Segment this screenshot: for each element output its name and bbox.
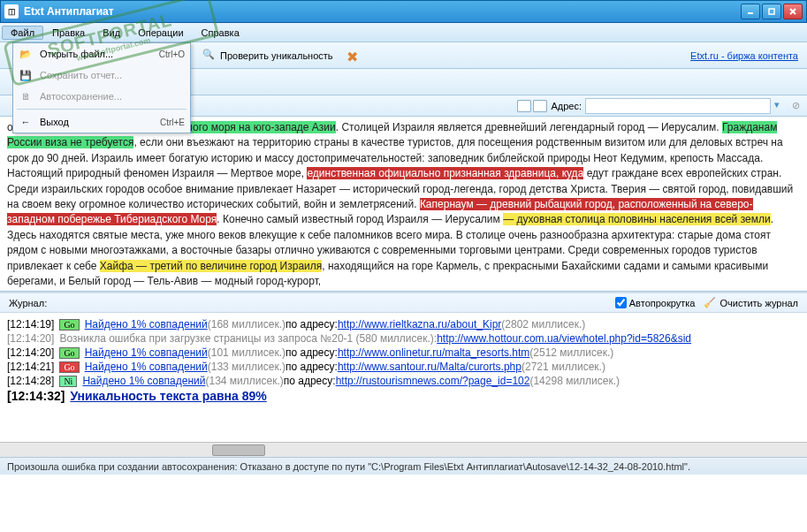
source-badge: Go: [59, 347, 79, 359]
found-link[interactable]: Найдено 1% совпадений: [82, 375, 205, 387]
app-icon: ◫: [4, 4, 19, 19]
highlight-yellow: Хайфа — третий по величине город Израиля: [100, 260, 322, 272]
journal-line: [12:14:28]NiНайдено 1% совпадений (134 м…: [7, 375, 800, 387]
save-icon: 💾: [19, 68, 33, 82]
found-link[interactable]: Найдено 1% совпадений: [85, 346, 208, 359]
file-dropdown: 📂 Открыть файл... Ctrl+O 💾 Сохранить отч…: [12, 42, 191, 133]
magnifier-icon: 🔍: [202, 49, 217, 63]
stop-icon[interactable]: ⊘: [792, 100, 800, 111]
etxt-link[interactable]: Etxt.ru - биржа контента: [690, 50, 798, 61]
menubar: Файл Правка Вид Операции Справка: [0, 23, 807, 42]
highlight-yellow: — духовная столица половины населения вс…: [503, 213, 770, 225]
source-badge: Go: [59, 361, 79, 373]
cancel-icon[interactable]: ✖: [346, 49, 361, 63]
clear-journal-button[interactable]: 🧹 Очистить журнал: [704, 297, 798, 308]
menu-open-file[interactable]: 📂 Открыть файл... Ctrl+O: [13, 43, 190, 65]
menu-autosave[interactable]: 🗎 Автосохранение...: [13, 86, 190, 107]
journal-url[interactable]: http://www.onlinetur.ru/malta_resorts.ht…: [338, 346, 529, 359]
found-link[interactable]: Найдено 1% совпадений: [85, 318, 208, 331]
address-dropdown-icon[interactable]: ▾: [774, 99, 788, 113]
address-input[interactable]: [585, 98, 771, 114]
menu-operations[interactable]: Операции: [129, 26, 192, 40]
journal-line: [12:14:20] Возникла ошибка при загрузке …: [7, 332, 800, 345]
menu-view[interactable]: Вид: [94, 26, 129, 40]
autosave-icon: 🗎: [19, 89, 33, 103]
folder-open-icon: 📂: [19, 47, 33, 61]
svg-rect-1: [769, 9, 774, 14]
source-badge: Ni: [59, 376, 77, 387]
source-badge: Go: [59, 319, 79, 331]
horizontal-scrollbar[interactable]: [0, 442, 807, 457]
status-text: Произошла ошибка при создании автосохран…: [7, 461, 690, 472]
minimize-button[interactable]: [741, 4, 760, 19]
titlebar: ◫ Etxt Антиплагиат: [0, 0, 807, 23]
exit-icon: ←: [19, 115, 33, 129]
text-content[interactable]: о у восточного побережья Средиземного мо…: [0, 117, 807, 292]
journal-header: Журнал: Автопрокрутка 🧹 Очистить журнал: [0, 292, 807, 313]
journal-line: [12:14:20]GoНайдено 1% совпадений (101 м…: [7, 346, 800, 359]
uniqueness-result[interactable]: Уникальность текста равна 89%: [70, 389, 266, 403]
journal-title: Журнал:: [9, 298, 606, 308]
highlight-red: единственная официально признанная здрав…: [307, 167, 583, 179]
journal-url[interactable]: http://rustourismnews.com/?page_id=102: [336, 375, 530, 387]
scrollbar-thumb[interactable]: [212, 445, 265, 456]
journal-url[interactable]: http://www.rieltkazna.ru/about_Kipr: [338, 318, 501, 331]
layout-icons[interactable]: [517, 100, 547, 112]
menu-save-report[interactable]: 💾 Сохранить отчет...: [13, 65, 190, 86]
broom-icon: 🧹: [704, 297, 716, 308]
menu-edit[interactable]: Правка: [43, 26, 94, 40]
window-title: Etxt Антиплагиат: [24, 5, 741, 18]
menu-separator: [17, 109, 187, 110]
autoscroll-checkbox[interactable]: Автопрокрутка: [615, 297, 696, 308]
journal-line: [12:14:21]GoНайдено 1% совпадений (133 м…: [7, 361, 800, 373]
maximize-button[interactable]: [762, 4, 781, 19]
journal-log[interactable]: [12:14:19]GoНайдено 1% совпадений (168 м…: [0, 313, 807, 442]
journal-url[interactable]: http://www.santour.ru/Malta/curorts.php: [338, 361, 522, 373]
check-uniqueness-button[interactable]: 🔍 Проверить уникальность: [194, 45, 341, 66]
journal-url[interactable]: http://www.hottour.com.ua/viewhotel.php?…: [437, 332, 691, 345]
journal-result: [12:14:32] Уникальность текста равна 89%: [7, 389, 800, 403]
journal-line: [12:14:19]GoНайдено 1% совпадений (168 м…: [7, 318, 800, 331]
found-link[interactable]: Найдено 1% совпадений: [85, 361, 208, 373]
statusbar: Произошла ошибка при создании автосохран…: [0, 457, 807, 475]
close-button[interactable]: [783, 4, 803, 19]
menu-help[interactable]: Справка: [193, 26, 248, 40]
menu-file[interactable]: Файл: [2, 26, 43, 40]
address-label: Адрес:: [551, 101, 582, 111]
menu-exit[interactable]: ← Выход Ctrl+E: [13, 111, 190, 133]
